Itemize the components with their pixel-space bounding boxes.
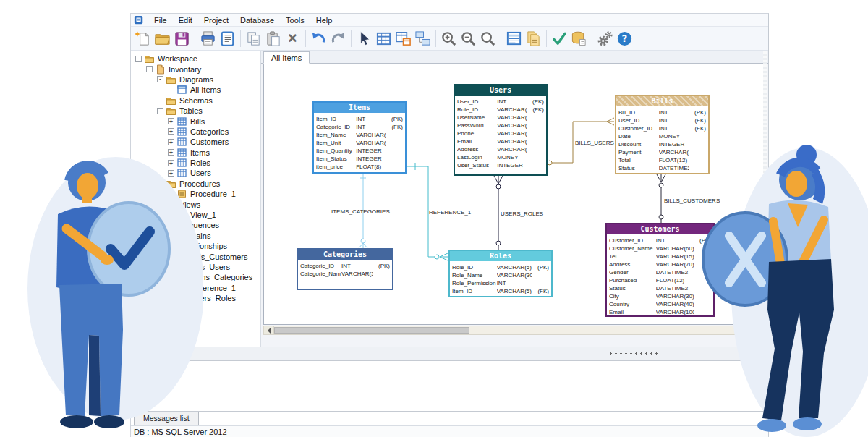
menu-project[interactable]: Project <box>198 14 234 27</box>
menu-tools[interactable]: Tools <box>280 14 310 27</box>
status-bar: DB : MS SQL Server 2012 <box>131 425 768 437</box>
panel-splitter[interactable] <box>131 347 768 360</box>
menu-edit[interactable]: Edit <box>173 14 198 27</box>
sidebar-item-bills[interactable]: +Bills <box>131 116 260 126</box>
help-button[interactable]: ? <box>615 29 634 48</box>
undo-icon <box>310 30 327 47</box>
report-button[interactable] <box>504 29 524 48</box>
collapse-icon[interactable]: - <box>157 76 163 82</box>
column-name: Role_ID <box>457 106 497 114</box>
column-type: VARCHAR(30) <box>656 292 694 300</box>
tab-all-items[interactable]: All Items <box>263 51 310 64</box>
paste-button[interactable] <box>263 29 283 48</box>
splitter-grip-icon <box>608 352 660 355</box>
collapse-icon[interactable]: - <box>146 66 153 72</box>
diagram-table-bills[interactable]: BillsBill_IDINT(PK)User_IDINT(FK)Custome… <box>615 95 710 174</box>
save-button[interactable] <box>172 29 192 48</box>
table-designer-button[interactable] <box>393 29 413 48</box>
sidebar-item-customers[interactable]: +Customers <box>131 137 260 147</box>
sidebar-item-schemas[interactable]: Schemas <box>131 96 260 106</box>
table-column-row: EmailVARCHAR(50) <box>455 137 546 145</box>
expand-icon[interactable]: + <box>168 118 174 124</box>
sidebar-item-workspace[interactable]: -Workspace <box>131 54 260 64</box>
expand-icon[interactable]: + <box>168 139 174 145</box>
documents-button[interactable] <box>524 29 543 48</box>
diagram-table-categories[interactable]: CategoriesCategorie_IDINT(PK)Categorie_N… <box>297 248 393 290</box>
table-button[interactable] <box>374 29 393 48</box>
column-name: Email <box>457 137 497 145</box>
zoom-in-button[interactable] <box>439 29 459 48</box>
column-name: User_ID <box>618 116 659 124</box>
column-name: Customer_ID <box>618 124 659 132</box>
column-type: VARCHAR(50) <box>497 114 527 122</box>
menu-database[interactable]: Database <box>234 14 280 27</box>
menu-help[interactable]: Help <box>310 14 339 27</box>
column-key <box>386 131 403 139</box>
sidebar-item-categories[interactable]: +Categories <box>131 127 260 137</box>
database-script-button[interactable] <box>569 29 589 48</box>
canvas-area: All Items <box>261 51 768 347</box>
open-folder-button[interactable] <box>153 29 172 48</box>
relationship-tool-button[interactable] <box>413 29 433 48</box>
table-column-row: Role_IDVARCHAR(5)(PK) <box>450 263 551 271</box>
table-column-row: Categorie_IDINT(PK) <box>298 262 392 270</box>
new-file-button[interactable] <box>133 29 153 48</box>
stage: FileEditProjectDatabaseToolsHelp ×? -Wor… <box>0 0 868 437</box>
table-column-row: PhoneVARCHAR(15) <box>455 130 546 137</box>
zoom-icon <box>480 30 496 47</box>
diagram-canvas[interactable]: ItemsItem_IDINT(PK)Categorie_IDINT(FK)It… <box>263 64 767 325</box>
column-name: Item_Quantity <box>316 147 356 155</box>
folder-icon <box>144 54 155 64</box>
table-header: Users <box>455 85 546 96</box>
column-type: VARCHAR(70) <box>656 260 694 268</box>
table-column-row: Role_PermissionINT <box>450 279 551 287</box>
expand-icon[interactable]: + <box>168 128 174 135</box>
relationship-label-items-categories: ITEMS_CATEGORIES <box>331 208 390 215</box>
zoom-button[interactable] <box>478 29 498 48</box>
new-file-icon <box>135 30 151 47</box>
menu-file[interactable]: File <box>148 14 173 27</box>
notes-button[interactable] <box>218 29 237 48</box>
column-type: VARCHAR(30) <box>341 270 373 278</box>
diagram-table-items[interactable]: ItemsItem_IDINT(PK)Categorie_IDINT(FK)It… <box>312 101 407 174</box>
column-name: User_ID <box>457 98 497 106</box>
canvas-horizontal-scrollbar[interactable] <box>263 326 767 335</box>
table-header: Categories <box>298 250 392 260</box>
copy-button[interactable] <box>244 29 263 48</box>
print-button[interactable] <box>198 29 218 48</box>
table-column-row: Item_StatusINTEGER <box>314 155 405 163</box>
sidebar-item-all-items[interactable]: All Items <box>131 85 260 95</box>
scroll-left-arrow[interactable] <box>264 326 274 334</box>
column-key <box>527 114 544 122</box>
collapse-icon[interactable]: - <box>135 56 142 62</box>
redo-button[interactable] <box>328 29 348 48</box>
undo-button[interactable] <box>309 29 328 48</box>
collapse-icon[interactable]: - <box>157 108 163 114</box>
zoom-out-button[interactable] <box>459 29 478 48</box>
sidebar-item-diagrams[interactable]: -Diagrams <box>131 75 260 85</box>
column-name: Role_ID <box>452 263 497 271</box>
diagram-table-roles[interactable]: RolesRole_IDVARCHAR(5)(PK)Role_NameVARCH… <box>448 250 553 297</box>
notes-icon <box>219 30 236 47</box>
select-cursor-button[interactable] <box>354 29 374 48</box>
sidebar-item-invontary[interactable]: -Invontary <box>131 64 260 74</box>
save-icon <box>174 30 190 47</box>
toolbar-separator <box>435 30 436 47</box>
table-columns: Bill_IDINT(PK)User_IDINT(FK)Customer_IDI… <box>616 106 708 174</box>
scrollbar-thumb[interactable] <box>274 327 469 334</box>
table-column-row: Item_IDVARCHAR(5)(FK) <box>450 287 551 295</box>
relationship-label-users-roles: USERS_ROLES <box>501 211 543 217</box>
table-columns: Item_IDINT(PK)Categorie_IDINT(FK)Item_Na… <box>314 113 405 172</box>
validate-check-button[interactable] <box>550 29 569 48</box>
diagram-table-users[interactable]: UsersUser_IDINT(PK)Role_IDVARCHAR(5)(FK)… <box>454 84 548 176</box>
sidebar-item-tables[interactable]: -Tables <box>131 106 260 116</box>
table-column-row: Bill_IDINT(PK) <box>616 109 708 116</box>
table-column-row: DateMONEY <box>616 132 708 140</box>
column-name: Payment <box>618 148 659 156</box>
settings-gears-button[interactable] <box>595 29 615 48</box>
column-type: INT <box>656 237 694 245</box>
column-name: PassWord <box>457 122 497 130</box>
column-type: VARCHAR(100) <box>656 308 694 316</box>
delete-button[interactable]: × <box>283 29 302 48</box>
column-name: Item_ID <box>452 287 497 295</box>
